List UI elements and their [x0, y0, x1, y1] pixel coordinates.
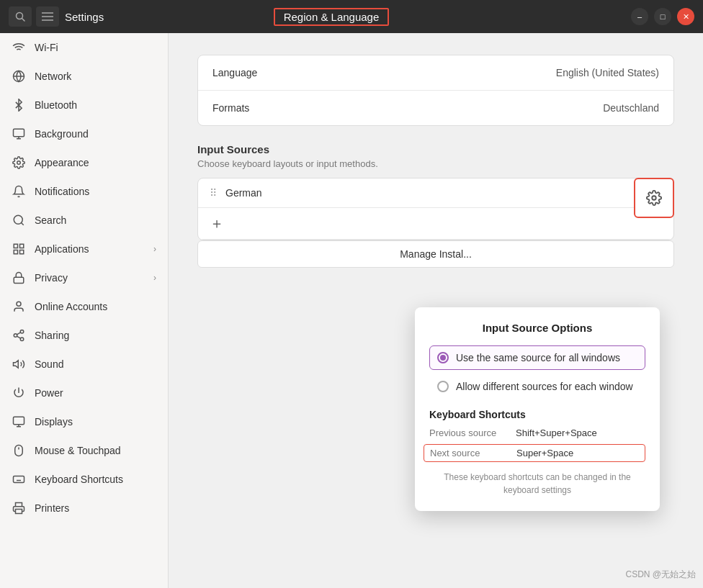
sound-icon	[12, 357, 26, 371]
sidebar-label-sharing: Sharing	[35, 330, 156, 341]
sidebar-item-search[interactable]: Search	[0, 206, 168, 235]
manage-btn-wrapper: Manage Instal...	[197, 240, 674, 268]
sidebar-item-wifi[interactable]: Wi-Fi	[0, 33, 168, 62]
popup-note: These keyboard shortcuts can be changed …	[429, 471, 645, 497]
maximize-button[interactable]: □	[654, 8, 671, 25]
keyboard-shortcuts-subtitle: Keyboard Shortcuts	[429, 409, 645, 420]
svg-rect-7	[14, 129, 24, 137]
german-source-item[interactable]: ⠿ German	[198, 178, 673, 208]
prev-source-key: Shift+Super+Space	[516, 428, 597, 438]
popup-title: Input Source Options	[429, 322, 645, 334]
sidebar-label-appearance: Appearance	[35, 157, 156, 168]
sharing-icon	[12, 328, 26, 343]
svg-line-23	[17, 333, 20, 335]
next-source-label: Next source	[430, 448, 516, 458]
svg-line-22	[17, 336, 20, 338]
svg-point-18	[17, 302, 21, 306]
sidebar-item-network[interactable]: Network	[0, 62, 168, 91]
applications-icon	[12, 242, 26, 256]
sidebar-item-applications[interactable]: Applications ›	[0, 235, 168, 263]
sidebar-label-keyboard: Keyboard Shortcuts	[35, 474, 156, 485]
svg-rect-17	[14, 277, 24, 283]
prev-source-label: Previous source	[429, 428, 516, 438]
same-source-option[interactable]: Use the same source for all windows	[429, 345, 645, 370]
app-window: Settings Region & Language – □ ✕ Wi-Fi	[0, 0, 703, 588]
sidebar-label-mouse-touchpad: Mouse & Touchpad	[35, 445, 156, 456]
next-source-key: Super+Space	[516, 448, 573, 458]
background-icon	[12, 127, 26, 141]
power-icon	[12, 386, 26, 400]
sidebar-item-power[interactable]: Power	[0, 379, 168, 407]
search-button[interactable]	[9, 6, 32, 27]
sidebar-item-bluetooth[interactable]: Bluetooth	[0, 91, 168, 119]
language-row: Language English (United States)	[198, 55, 673, 91]
sidebar-label-online-accounts: Online Accounts	[35, 301, 156, 312]
sidebar-item-mouse-touchpad[interactable]: Mouse & Touchpad	[0, 436, 168, 465]
svg-line-1	[22, 19, 25, 22]
svg-rect-16	[14, 250, 17, 254]
sidebar-item-privacy[interactable]: Privacy ›	[0, 263, 168, 292]
sidebar-label-notifications: Notifications	[35, 186, 156, 197]
formats-value: Deutschland	[603, 102, 659, 114]
sidebar-label-applications: Applications	[35, 243, 145, 255]
wifi-icon	[12, 40, 26, 55]
gear-button[interactable]	[634, 178, 674, 218]
window-controls: – □ ✕	[631, 8, 694, 25]
sidebar-item-printers[interactable]: Printers	[0, 494, 168, 523]
main-content: Wi-Fi Network Bluetooth	[0, 33, 703, 588]
menu-button[interactable]	[36, 6, 59, 27]
sidebar-label-displays: Displays	[35, 416, 156, 428]
notifications-icon	[12, 184, 26, 199]
input-sources-header: Input Sources Choose keyboard layouts or…	[197, 143, 674, 169]
sidebar-label-privacy: Privacy	[35, 272, 145, 284]
page-title-header: Region & Language	[32, 8, 631, 26]
sidebar-item-keyboard-shortcuts[interactable]: Keyboard Shortcuts	[0, 465, 168, 494]
sidebar-label-wifi: Wi-Fi	[35, 42, 156, 53]
svg-point-11	[14, 215, 22, 224]
sidebar-item-displays[interactable]: Displays	[0, 407, 168, 436]
chevron-right-icon: ›	[153, 244, 156, 254]
svg-rect-31	[14, 476, 24, 483]
same-source-label: Use the same source for all windows	[456, 352, 620, 363]
svg-rect-13	[14, 244, 17, 248]
svg-point-20	[14, 334, 17, 338]
sidebar-label-power: Power	[35, 387, 156, 399]
sidebar: Wi-Fi Network Bluetooth	[0, 33, 169, 588]
close-button[interactable]: ✕	[677, 8, 694, 25]
prev-source-row: Previous source Shift+Super+Space	[429, 428, 645, 438]
sidebar-item-sharing[interactable]: Sharing	[0, 321, 168, 350]
online-accounts-icon	[12, 299, 26, 314]
svg-point-19	[20, 330, 24, 334]
privacy-icon	[12, 271, 26, 285]
svg-point-10	[17, 161, 21, 165]
sidebar-label-printers: Printers	[35, 502, 156, 514]
radio-empty-icon	[437, 381, 449, 392]
input-source-options-popup: Input Source Options Use the same source…	[415, 307, 660, 511]
different-source-option[interactable]: Allow different sources for each window	[429, 374, 645, 399]
svg-line-12	[21, 222, 23, 225]
sidebar-item-appearance[interactable]: Appearance	[0, 148, 168, 177]
add-source-button[interactable]: ＋	[210, 214, 224, 233]
right-panel: Language English (United States) Formats…	[169, 33, 703, 588]
sidebar-label-network: Network	[35, 71, 156, 82]
language-value: English (United States)	[556, 67, 659, 78]
sidebar-item-notifications[interactable]: Notifications	[0, 177, 168, 206]
manage-install-button[interactable]: Manage Instal...	[197, 240, 674, 268]
search-icon	[12, 213, 26, 227]
titlebar: Settings Region & Language – □ ✕	[0, 0, 703, 33]
sidebar-item-online-accounts[interactable]: Online Accounts	[0, 292, 168, 321]
minimize-button[interactable]: –	[631, 8, 648, 25]
sidebar-item-sound[interactable]: Sound	[0, 350, 168, 379]
sidebar-label-bluetooth: Bluetooth	[35, 99, 156, 111]
sidebar-label-sound: Sound	[35, 358, 156, 370]
input-sources-title: Input Sources	[197, 143, 674, 155]
sidebar-label-background: Background	[35, 128, 156, 140]
appearance-icon	[12, 155, 26, 170]
chevron-right-icon-2: ›	[153, 273, 156, 283]
watermark: CSDN @无始之始	[625, 569, 696, 581]
svg-rect-29	[15, 445, 23, 456]
keyboard-icon	[12, 472, 26, 487]
add-source-footer: ＋	[198, 208, 673, 240]
sidebar-item-background[interactable]: Background	[0, 119, 168, 148]
svg-point-38	[652, 196, 656, 200]
